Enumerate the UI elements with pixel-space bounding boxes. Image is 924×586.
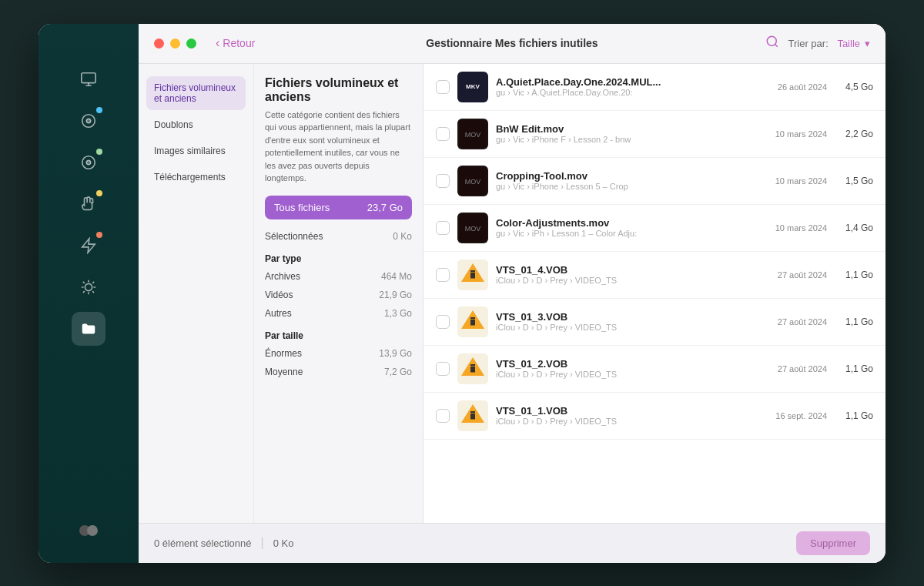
file-checkbox[interactable] (436, 127, 450, 141)
svg-text:MOV: MOV (465, 225, 481, 233)
sidebar-item-trash[interactable] (72, 104, 105, 138)
svg-text:MOV: MOV (465, 178, 481, 186)
file-checkbox[interactable] (436, 409, 450, 423)
main-content: ‹ Retour Gestionnaire Mes fichiers inuti… (139, 24, 886, 563)
file-size: 1,1 Go (835, 270, 873, 280)
sidebar-item-account[interactable] (72, 514, 105, 547)
file-checkbox[interactable] (436, 80, 450, 94)
svg-point-8 (87, 525, 98, 536)
table-row[interactable]: VTS_01_2.VOB iClou › D › D › Prey › VIDE… (424, 346, 886, 393)
file-size: 1,4 Go (835, 223, 873, 233)
file-checkbox[interactable] (436, 221, 450, 235)
file-path: iClou › D › D › Prey › VIDEO_TS (496, 417, 750, 426)
sidebar-item-hand[interactable] (72, 187, 105, 221)
sidebar-item-speed[interactable] (72, 229, 105, 263)
file-name: VTS_01_4.VOB (496, 264, 750, 276)
archives-row[interactable]: Archives 464 Mo (265, 267, 412, 286)
file-info: BnW Edit.mov gu › Vic › iPhone F › Lesso… (496, 123, 750, 144)
sidebar-item-privacy[interactable] (72, 146, 105, 179)
file-checkbox[interactable] (436, 362, 450, 376)
content-area: Fichiers volumineux et anciens Doublons … (139, 64, 886, 523)
file-date: 10 mars 2024 (758, 129, 827, 139)
file-date: 10 mars 2024 (758, 223, 827, 233)
videos-value: 21,9 Go (379, 290, 412, 300)
svg-point-2 (86, 119, 91, 123)
table-row[interactable]: MOV BnW Edit.mov gu › Vic › iPhone F › L… (424, 111, 886, 158)
huge-label: Énormes (265, 348, 302, 359)
file-checkbox[interactable] (436, 174, 450, 188)
file-thumbnail: MOV (457, 166, 488, 196)
file-size: 4,5 Go (835, 82, 873, 92)
file-path: gu › Vic › iPh › Lesson 1 – Color Adju: (496, 229, 750, 238)
files-panel: MKV A.Quiet.Place.Day.One.2024.MUL... gu… (424, 64, 886, 523)
videos-row[interactable]: Vidéos 21,9 Go (265, 286, 412, 304)
medium-row[interactable]: Moyenne 7,2 Go (265, 363, 412, 381)
section-type-label: Par type (265, 253, 412, 264)
medium-value: 7,2 Go (384, 367, 412, 377)
sort-label: Trier par: (788, 38, 829, 49)
svg-point-4 (86, 160, 91, 165)
file-path: gu › Vic › iPhone F › Lesson 2 - bnw (496, 135, 750, 144)
file-size: 1,1 Go (835, 363, 873, 374)
table-row[interactable]: MOV Color-Adjustments.mov gu › Vic › iPh… (424, 205, 886, 252)
filter-title: Fichiers volumineux et anciens (265, 76, 412, 104)
file-date: 26 août 2024 (758, 82, 827, 92)
sidebar-item-folder[interactable] (72, 312, 105, 346)
delete-button[interactable]: Supprimer (796, 531, 870, 555)
file-thumbnail: MKV (457, 72, 488, 102)
medium-label: Moyenne (265, 367, 303, 377)
minimize-button[interactable] (170, 39, 180, 49)
file-name: VTS_01_2.VOB (496, 358, 750, 370)
file-path: gu › Vic › iPhone › Lesson 5 – Crop (496, 182, 750, 191)
file-info: VTS_01_2.VOB iClou › D › D › Prey › VIDE… (496, 358, 750, 379)
category-large[interactable]: Fichiers volumineux et anciens (146, 76, 246, 110)
file-thumbnail (457, 400, 488, 431)
svg-rect-20 (470, 320, 475, 326)
table-row[interactable]: VTS_01_1.VOB iClou › D › D › Prey › VIDE… (424, 393, 886, 440)
file-name: A.Quiet.Place.Day.One.2024.MUL... (496, 76, 750, 88)
file-thumbnail (457, 306, 488, 337)
file-info: A.Quiet.Place.Day.One.2024.MUL... gu › V… (496, 76, 750, 97)
sidebar-bottom (72, 514, 105, 547)
category-duplicates[interactable]: Doublons (146, 113, 246, 136)
all-files-button[interactable]: Tous fichiers 23,7 Go (265, 196, 412, 219)
archives-label: Archives (265, 271, 300, 282)
maximize-button[interactable] (186, 39, 196, 49)
file-size: 1,1 Go (835, 410, 873, 421)
file-info: Cropping-Tool.mov gu › Vic › iPhone › Le… (496, 170, 750, 191)
svg-rect-23 (470, 367, 475, 373)
file-path: iClou › D › D › Prey › VIDEO_TS (496, 370, 750, 379)
file-size: 1,1 Go (835, 316, 873, 327)
file-name: Cropping-Tool.mov (496, 170, 750, 182)
table-row[interactable]: VTS_01_4.VOB iClou › D › D › Prey › VIDE… (424, 252, 886, 299)
selected-row: Sélectionnées 0 Ko (265, 227, 412, 246)
table-row[interactable]: MKV A.Quiet.Place.Day.One.2024.MUL... gu… (424, 64, 886, 111)
huge-value: 13,9 Go (379, 348, 412, 359)
huge-row[interactable]: Énormes 13,9 Go (265, 344, 412, 363)
categories-nav: Fichiers volumineux et anciens Doublons … (139, 64, 254, 523)
svg-rect-17 (470, 273, 475, 279)
sort-value: Taille (837, 38, 860, 49)
file-thumbnail (457, 353, 488, 384)
app-window: ‹ Retour Gestionnaire Mes fichiers inuti… (38, 24, 886, 563)
close-button[interactable] (154, 39, 164, 49)
file-date: 16 sept. 2024 (758, 411, 827, 420)
table-row[interactable]: MOV Cropping-Tool.mov gu › Vic › iPhone … (424, 158, 886, 205)
others-row[interactable]: Autres 1,3 Go (265, 304, 412, 323)
table-row[interactable]: VTS_01_3.VOB iClou › D › D › Prey › VIDE… (424, 299, 886, 346)
file-thumbnail: MOV (457, 119, 488, 149)
svg-rect-0 (82, 72, 95, 82)
file-checkbox[interactable] (436, 268, 450, 282)
sidebar-item-apps[interactable] (72, 270, 105, 304)
selected-value: 0 Ko (393, 231, 412, 242)
file-thumbnail (457, 260, 488, 290)
sort-selector[interactable]: Trier par: Taille ▾ (788, 38, 871, 49)
category-similar[interactable]: Images similaires (146, 139, 246, 162)
sidebar-item-disk[interactable] (72, 62, 105, 96)
others-value: 1,3 Go (384, 308, 412, 319)
search-button[interactable] (765, 35, 779, 52)
category-downloads[interactable]: Téléchargements (146, 166, 246, 189)
back-button[interactable]: ‹ Retour (216, 36, 255, 50)
file-checkbox[interactable] (436, 315, 450, 329)
svg-point-6 (85, 283, 92, 290)
